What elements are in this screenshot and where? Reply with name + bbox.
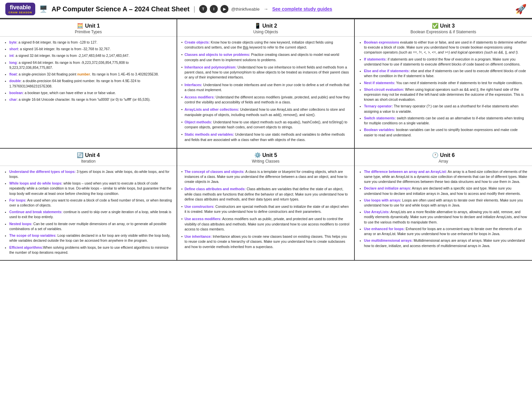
unit6-item-diff: The difference between an array and an A… — [364, 169, 528, 185]
unit1-cell: 🧮 Unit 1 Primitive Types byte: a signed … — [0, 19, 177, 149]
unit1-item-int: int: a signed 32-bit integer. Its range … — [9, 53, 173, 58]
unit3-item-short-circuit: Short-circuit evaluation: When using log… — [364, 87, 528, 102]
main-grid: 🧮 Unit 1 Primitive Types byte: a signed … — [0, 19, 532, 261]
unit3-number: ✅ Unit 3 — [357, 23, 529, 29]
unit1-number: 🧮 Unit 1 — [3, 23, 174, 29]
unit6-number: 🕐 Unit 6 — [357, 152, 529, 158]
youtube-icon[interactable]: ▶ — [220, 5, 228, 13]
unit1-content: byte: a signed 8-bit integer. Its range … — [0, 37, 177, 148]
unit5-item-inheritance: Use inheritance: Inheritance allows you … — [181, 234, 350, 249]
unit2-content: Create objects: Know how to create objec… — [177, 37, 354, 148]
logo-text: fiveable — [10, 4, 31, 11]
unit3-item-nested: Nest if statements: You can nest if stat… — [364, 80, 528, 85]
unit1-item-boolean: boolean: a boolean type, which can have … — [9, 90, 173, 95]
unit3-item-if-statements: If statements: if statements are used to… — [364, 57, 528, 67]
unit4-header: 🔄 Unit 4 Iteration — [0, 149, 177, 166]
unit5-item-concept: The concept of classes and objects: A cl… — [181, 169, 350, 185]
unit5-name: Writing Classes — [180, 159, 351, 164]
unit4-cell: 🔄 Unit 4 Iteration Understand the differ… — [0, 149, 177, 261]
unit5-number: ⚙️ Unit 5 — [180, 152, 351, 158]
unit1-item-char: char: a single 16-bit Unicode character.… — [9, 97, 173, 102]
tiktok-icon[interactable]: T — [199, 5, 207, 13]
social-handle: @thinkfiveable — [231, 7, 259, 12]
unit3-item-switch: Switch statements: switch statements can… — [364, 116, 528, 126]
unit6-item-multidim: Use multidimensional arrays: Multidimens… — [364, 238, 528, 248]
unit3-item-else: Else and else if statements: else and el… — [364, 68, 528, 78]
unit2-header: 📱 Unit 2 Using Objects — [177, 19, 354, 37]
unit1-item-short: short: a signed 16-bit integer. Its rang… — [9, 47, 173, 52]
unit2-item-object-methods: Object methods: Understand how to use ob… — [181, 120, 350, 130]
unit6-header: 🕐 Unit 6 Array — [355, 149, 532, 166]
unit4-item-efficient: Efficient algorithms:When solving proble… — [9, 245, 173, 255]
unit3-content: Boolean expressions evaluate to either t… — [355, 37, 532, 148]
logo-sub: cram season — [8, 11, 32, 14]
unit4-item-loop-types: Understand the different types of loops:… — [9, 169, 173, 179]
unit5-item-access-mod: Use access modifiers: Access modifiers s… — [181, 216, 350, 232]
unit6-item-declare: Declare and initialize arrays: Arrays ar… — [364, 186, 528, 196]
logo: fiveable cram season — [5, 3, 35, 15]
unit5-content: The concept of classes and objects: A cl… — [177, 166, 354, 260]
unit1-name: Primitive Types — [3, 30, 174, 34]
unit4-item-continue-break: Continue and break statements: continue … — [9, 209, 173, 219]
unit6-name: Array — [357, 159, 529, 164]
unit6-item-enhanced: Use enhanced for loops: Enhanced for loo… — [364, 226, 528, 236]
unit3-item-ternary: Ternary operator: The ternary operator (… — [364, 104, 528, 114]
arrow-icon: → — [264, 6, 268, 12]
unit2-item-classes: Classes and objects to solve problems: P… — [181, 52, 350, 62]
unit5-cell: ⚙️ Unit 5 Writing Classes The concept of… — [177, 149, 354, 261]
unit2-item-arraylists: ArrayLists and other collections: Unders… — [181, 107, 350, 117]
unit1-header: 🧮 Unit 1 Primitive Types — [0, 19, 177, 37]
unit3-item-bool-expr: Boolean expressions evaluate to either t… — [364, 40, 528, 55]
instagram-icon[interactable]: I — [210, 5, 218, 13]
unit2-cell: 📱 Unit 2 Using Objects Create objects: K… — [177, 19, 354, 149]
unit2-item-access: Access modifiers: Understand the differe… — [181, 95, 350, 105]
unit5-header: ⚙️ Unit 5 Writing Classes — [177, 149, 354, 166]
header-divider: | — [194, 5, 195, 13]
study-guides-link[interactable]: See complete study guides — [272, 6, 332, 12]
unit6-content: The difference between an array and an A… — [355, 166, 532, 260]
unit4-content: Understand the different types of loops:… — [0, 166, 177, 260]
unit3-item-bool-vars: Boolean variables: boolean variables can… — [364, 127, 528, 137]
unit1-item-float: float: a single-precision 32-bit floatin… — [9, 72, 173, 77]
unit4-item-for: For loops: Are used when you want to exe… — [9, 198, 173, 208]
unit4-name: Iteration — [3, 159, 174, 164]
unit2-item-static: Static methods and variables: Understand… — [181, 132, 350, 142]
social-icons: T I ▶ @thinkfiveable — [199, 5, 259, 13]
unit5-item-constructors: Use constructors: Constructors are speci… — [181, 204, 350, 214]
unit2-item-create: Create objects: Know how to create objec… — [181, 40, 350, 50]
unit2-name: Using Objects — [180, 30, 351, 34]
unit6-item-arraylists: Use ArrayLists: ArrayLists are a more fl… — [364, 209, 528, 225]
unit3-header: ✅ Unit 3 Boolean Expressions & if Statem… — [355, 19, 532, 37]
notebook-icon: 🖥️ — [39, 5, 48, 13]
unit1-item-byte: byte: a signed 8-bit integer. Its range … — [9, 40, 173, 45]
header: fiveable cram season 🖥️ AP Computer Scie… — [0, 0, 532, 19]
unit2-item-inheritance: Inheritance and polymorphism: Understand… — [181, 65, 350, 80]
mascot-icon: 🚀 — [515, 4, 527, 15]
unit4-item-while: While loops and do while loops: while lo… — [9, 181, 173, 196]
unit3-cell: ✅ Unit 3 Boolean Expressions & if Statem… — [355, 19, 532, 149]
header-title: AP Computer Science A – 2024 Cheat Sheet — [52, 5, 190, 13]
unit6-item-loops-arrays: Use loops with arrays: Loops are often u… — [364, 198, 528, 208]
unit1-item-long: long: a signed 64-bit integer. Its range… — [9, 60, 173, 70]
unit5-item-define-attrs: Define class attributes and methods: Cla… — [181, 187, 350, 202]
unit1-item-double: double: a double-precision 64-bit floati… — [9, 78, 173, 88]
unit3-name: Boolean Expressions & if Statements — [357, 30, 529, 34]
unit4-item-scope: The scope of loop variables: Loop variab… — [9, 233, 173, 243]
unit4-item-nested: Nested loops: Can be used to iterate ove… — [9, 221, 173, 231]
unit2-item-interfaces: Interfaces: Understand how to create int… — [181, 82, 350, 92]
unit4-number: 🔄 Unit 4 — [3, 152, 174, 158]
unit2-number: 📱 Unit 2 — [180, 23, 351, 29]
unit6-cell: 🕐 Unit 6 Array The difference between an… — [355, 149, 532, 261]
